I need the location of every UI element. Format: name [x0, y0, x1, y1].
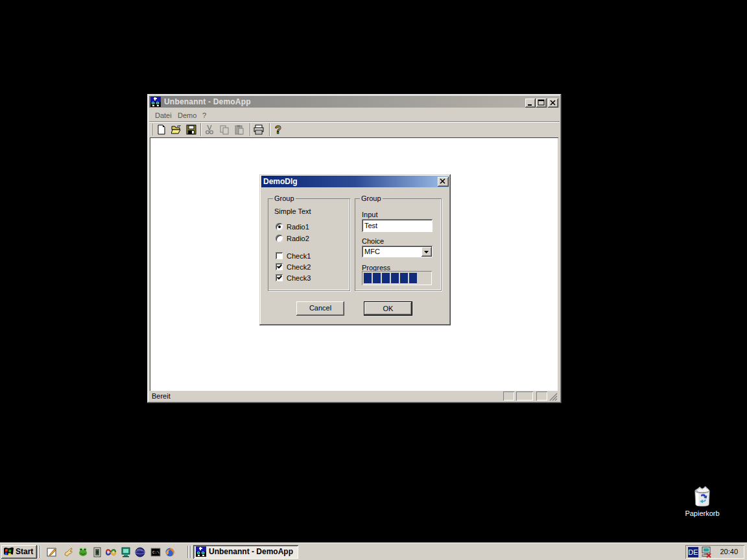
svg-text:?: ? — [275, 124, 281, 135]
svg-text:C:\: C:\ — [152, 550, 160, 555]
